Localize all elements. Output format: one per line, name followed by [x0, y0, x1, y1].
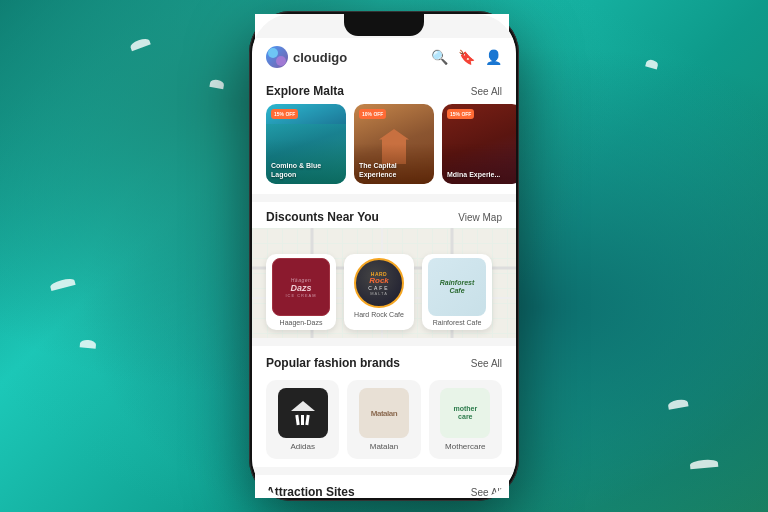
- logo-area: cloudigo: [266, 46, 347, 68]
- discounts-section: Discounts Near You View Map: [252, 202, 516, 338]
- search-icon[interactable]: 🔍: [431, 49, 448, 65]
- card-label-3: Mdina Experie...: [447, 171, 516, 179]
- attraction-title: Attraction Sites: [266, 485, 355, 498]
- card-badge-1: 15% OFF: [271, 109, 298, 119]
- fashion-header: Popular fashion brands See All: [252, 346, 516, 376]
- header-icons: 🔍 🔖 👤: [431, 49, 502, 65]
- attraction-see-all[interactable]: See All: [471, 487, 502, 498]
- hr-text-main: Rock: [369, 277, 389, 285]
- phone-frame: cloudigo 🔍 🔖 👤 Explore Malta See All: [249, 11, 519, 501]
- hard-rock-logo: HARD Rock CAFE MALTA: [354, 258, 404, 308]
- card-badge-3: 15% OFF: [447, 109, 474, 119]
- explore-cards-scroll[interactable]: 15% OFF Comino & Blue Lagoon 10% OFF The…: [252, 104, 516, 194]
- fashion-card-mothercare[interactable]: mothercare Mothercare: [429, 380, 502, 459]
- explore-card-1[interactable]: 15% OFF Comino & Blue Lagoon: [266, 104, 346, 184]
- hard-rock-name: Hard Rock Cafe: [354, 311, 404, 318]
- discounts-title: Discounts Near You: [266, 210, 379, 224]
- card-badge-2: 10% OFF: [359, 109, 386, 119]
- matalan-logo-text: Matalan: [371, 409, 397, 418]
- haagen-dazs-name: Haagen-Dazs: [280, 319, 323, 326]
- rf-text: RainforestCafe: [440, 279, 475, 294]
- profile-icon[interactable]: 👤: [485, 49, 502, 65]
- explore-card-3[interactable]: 15% OFF Mdina Experie...: [442, 104, 516, 184]
- card-label-2: The Capital Experience: [359, 162, 429, 179]
- phone-notch: [344, 14, 424, 36]
- rainforest-logo: RainforestCafe: [428, 258, 486, 316]
- boat-decoration: [80, 339, 97, 348]
- attraction-section: Attraction Sites See All ✚ Heritage Malt…: [252, 475, 516, 498]
- explore-card-2[interactable]: 10% OFF The Capital Experience: [354, 104, 434, 184]
- hd-text2: Dazs: [290, 283, 311, 293]
- mothercare-logo: mothercare: [440, 388, 490, 438]
- adidas-line-2: [301, 415, 304, 425]
- discounts-header: Discounts Near You View Map: [252, 202, 516, 228]
- fashion-section: Popular fashion brands See All: [252, 346, 516, 467]
- phone-mockup: cloudigo 🔍 🔖 👤 Explore Malta See All: [249, 11, 519, 501]
- adidas-triangle: [291, 401, 315, 411]
- view-map-link[interactable]: View Map: [458, 212, 502, 223]
- mothercare-logo-text: mothercare: [453, 405, 477, 422]
- card-label-1: Comino & Blue Lagoon: [271, 162, 341, 179]
- hr-text-malta: MALTA: [370, 291, 388, 296]
- phone-screen: cloudigo 🔍 🔖 👤 Explore Malta See All: [252, 14, 516, 498]
- discount-card-hard-rock[interactable]: HARD Rock CAFE MALTA Hard Rock Cafe: [344, 254, 414, 330]
- mothercare-name: Mothercare: [445, 442, 485, 451]
- adidas-stripes: [291, 401, 315, 425]
- app-name: cloudigo: [293, 50, 347, 65]
- discount-card-rainforest[interactable]: RainforestCafe Rainforest Cafe: [422, 254, 492, 330]
- adidas-line-1: [295, 415, 299, 425]
- rainforest-name: Rainforest Cafe: [433, 319, 482, 326]
- hd-text3: ICE CREAM: [285, 293, 316, 298]
- fashion-card-adidas[interactable]: Adidas: [266, 380, 339, 459]
- discount-cards-row: Häagen Dazs ICE CREAM Haagen-Dazs: [252, 250, 516, 338]
- explore-see-all[interactable]: See All: [471, 86, 502, 97]
- fashion-see-all[interactable]: See All: [471, 358, 502, 369]
- app-logo-icon: [266, 46, 288, 68]
- bookmark-icon[interactable]: 🔖: [458, 49, 475, 65]
- fashion-cards-row: Adidas Matalan Matalan motherca: [252, 376, 516, 459]
- app-screen[interactable]: cloudigo 🔍 🔖 👤 Explore Malta See All: [252, 14, 516, 498]
- fashion-title: Popular fashion brands: [266, 356, 400, 370]
- adidas-line-3: [305, 415, 309, 425]
- discount-card-haagen-dazs[interactable]: Häagen Dazs ICE CREAM Haagen-Dazs: [266, 254, 336, 330]
- haagen-dazs-logo: Häagen Dazs ICE CREAM: [272, 258, 330, 316]
- adidas-name: Adidas: [290, 442, 314, 451]
- matalan-name: Matalan: [370, 442, 398, 451]
- hard-rock-logo-inner: HARD Rock CAFE MALTA: [368, 271, 389, 296]
- matalan-logo: Matalan: [359, 388, 409, 438]
- app-header: cloudigo 🔍 🔖 👤: [252, 38, 516, 74]
- adidas-lines: [296, 415, 309, 425]
- adidas-logo: [278, 388, 328, 438]
- fashion-card-matalan[interactable]: Matalan Matalan: [347, 380, 420, 459]
- explore-title: Explore Malta: [266, 84, 344, 98]
- explore-section-header: Explore Malta See All: [252, 74, 516, 104]
- map-container: Häagen Dazs ICE CREAM Haagen-Dazs: [252, 228, 516, 338]
- attraction-header: Attraction Sites See All: [252, 475, 516, 498]
